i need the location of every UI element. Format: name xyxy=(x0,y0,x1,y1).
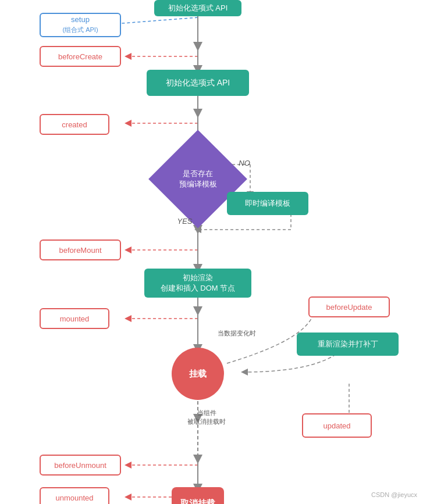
unmounted-circle: 取消挂载 xyxy=(172,487,224,504)
lifecycle-diagram: 初始化选项式 API setup(组合式 API) beforeCreate 初… xyxy=(0,0,423,504)
setup-box: setup(组合式 API) xyxy=(40,13,121,37)
before-create-box: beforeCreate xyxy=(40,46,121,67)
when-unmounted-label: 当组件被取消挂载时 xyxy=(175,407,239,428)
when-data-changes-label: 当数据变化时 xyxy=(205,324,269,342)
compile-template-box: 即时编译模板 xyxy=(227,192,308,215)
updated-box: updated xyxy=(302,413,372,438)
before-update-box: beforeUpdate xyxy=(308,296,390,317)
no-label: NO xyxy=(233,157,256,169)
unmounted-box: unmounted xyxy=(40,487,109,504)
yes-label: YES xyxy=(172,215,198,227)
svg-line-1 xyxy=(108,17,198,24)
created-box: created xyxy=(40,114,109,135)
rerender-box: 重新渲染并打补丁 xyxy=(297,333,399,356)
mounted-circle: 挂载 xyxy=(172,348,224,400)
init-options-box: 初始化选项式 API xyxy=(147,70,249,96)
mounted-box: mounted xyxy=(40,308,109,329)
initial-render-box: 初始渲染创建和插入 DOM 节点 xyxy=(144,269,251,298)
before-unmount-box: beforeUnmount xyxy=(40,455,121,476)
before-mount-box: beforeMount xyxy=(40,240,121,260)
watermark: CSDN @jieyucx xyxy=(371,491,417,498)
top-button: 初始化选项式 API xyxy=(154,0,241,16)
